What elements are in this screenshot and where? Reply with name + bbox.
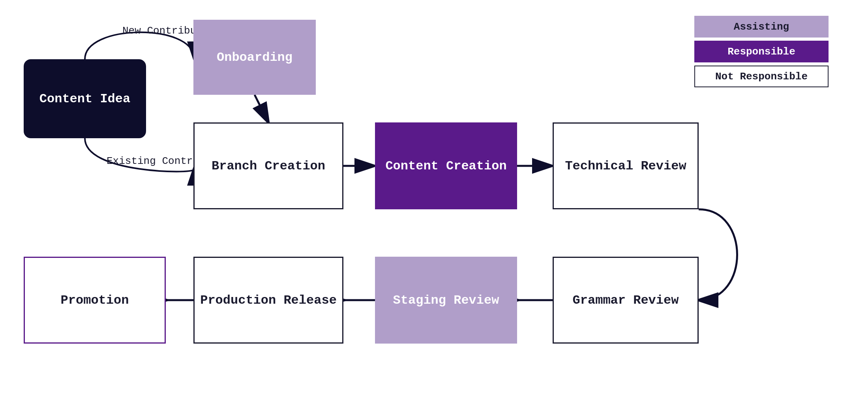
- content-creation-label: Content Creation: [385, 159, 506, 173]
- technical-review-label: Technical Review: [565, 159, 686, 173]
- promotion-label: Promotion: [61, 293, 129, 308]
- content-idea-label: Content Idea: [39, 92, 130, 106]
- legend-assisting: Assisting: [694, 16, 829, 38]
- legend-not-responsible-label: Not Responsible: [715, 71, 808, 83]
- legend-not-responsible: Not Responsible: [694, 66, 829, 87]
- legend-assisting-label: Assisting: [734, 21, 789, 33]
- staging-review-label: Staging Review: [393, 293, 499, 308]
- production-release-node: Production Release: [193, 257, 343, 344]
- legend: Assisting Responsible Not Responsible: [694, 16, 829, 90]
- technical-review-node: Technical Review: [553, 122, 699, 209]
- branch-creation-label: Branch Creation: [212, 159, 325, 173]
- staging-review-node: Staging Review: [375, 257, 517, 344]
- grammar-review-label: Grammar Review: [573, 293, 679, 308]
- svg-line-2: [255, 95, 268, 122]
- grammar-review-node: Grammar Review: [553, 257, 699, 344]
- legend-responsible-label: Responsible: [727, 46, 795, 58]
- content-idea-node: Content Idea: [24, 59, 146, 138]
- promotion-node: Promotion: [24, 257, 166, 344]
- onboarding-label: Onboarding: [217, 50, 292, 65]
- branch-creation-node: Branch Creation: [193, 122, 343, 209]
- legend-responsible: Responsible: [694, 41, 829, 62]
- onboarding-node: Onboarding: [193, 20, 316, 95]
- diagram-container: New Contributor Existing Contributor Con…: [0, 0, 868, 404]
- production-release-label: Production Release: [200, 293, 337, 308]
- content-creation-node: Content Creation: [375, 122, 517, 209]
